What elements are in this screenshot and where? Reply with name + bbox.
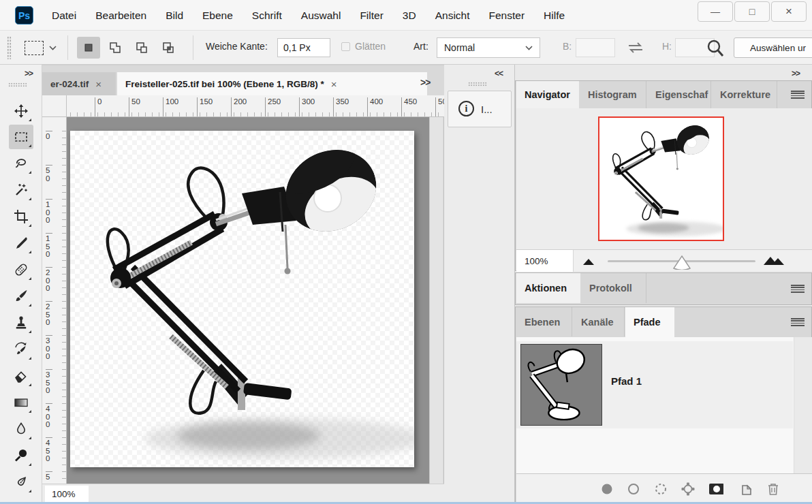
menu-filter[interactable]: Filter: [350, 0, 392, 31]
swap-dimensions-icon[interactable]: [627, 41, 644, 54]
ruler-tick: 350: [333, 97, 349, 117]
dock-collapse-chevron[interactable]: >>: [792, 69, 800, 78]
tab-ebenen[interactable]: Ebenen: [516, 307, 572, 336]
stroke-path-button[interactable]: [626, 482, 641, 497]
navigator-zoom-field[interactable]: 100%: [516, 250, 574, 272]
ruler-tick: 300: [46, 335, 52, 361]
eyedropper-icon: [13, 235, 29, 251]
tool-move[interactable]: [9, 99, 33, 123]
tool-magic-wand[interactable]: [9, 178, 33, 202]
tool-preset[interactable]: [25, 41, 57, 55]
collapsed-panel-dock: << i I...: [444, 65, 515, 504]
zoom-level-field[interactable]: 100%: [45, 486, 89, 503]
menu-ansicht[interactable]: Ansicht: [426, 0, 480, 31]
close-button[interactable]: ×: [771, 1, 807, 22]
rectangular-marquee-icon: [13, 129, 29, 145]
paths-scrollbar[interactable]: [794, 337, 812, 473]
tool-rectangular-marquee[interactable]: [9, 125, 33, 149]
add-mask-button[interactable]: [708, 482, 723, 497]
menu-ebene[interactable]: Ebene: [193, 0, 243, 31]
tool-eyedropper[interactable]: [9, 231, 33, 255]
path-thumbnail[interactable]: [520, 344, 602, 426]
tool-blur[interactable]: [9, 417, 33, 441]
style-select[interactable]: Normal: [437, 37, 540, 58]
maximize-button[interactable]: □: [734, 1, 770, 22]
tab-eigenschaften[interactable]: Eigenschaf: [647, 81, 711, 108]
menu-fenster[interactable]: Fenster: [480, 0, 535, 31]
tab-protokoll[interactable]: Protokoll: [581, 273, 646, 303]
actions-tab-bar: Aktionen Protokoll: [516, 273, 811, 304]
panel-menu-icon[interactable]: [791, 91, 805, 99]
ruler-tick: 200: [231, 97, 247, 117]
tool-gradient[interactable]: [9, 390, 33, 415]
tab-kanaele[interactable]: Kanäle: [573, 307, 625, 336]
horizontal-ruler[interactable]: 0 50 100 150 200 250 300 350 400 450 50: [67, 95, 444, 117]
menu-bearbeiten[interactable]: Bearbeiten: [86, 0, 156, 31]
document-tab-inactive[interactable]: er-024.tif ×: [42, 72, 116, 96]
tool-history-brush[interactable]: [9, 337, 33, 362]
panel-menu-icon[interactable]: [791, 285, 805, 293]
delete-path-button[interactable]: [766, 482, 781, 497]
tab-overflow-chevron[interactable]: >>: [420, 77, 430, 88]
flyout-indicator: [29, 490, 31, 492]
new-selection-icon: [82, 41, 95, 54]
menu-auswahl[interactable]: Auswahl: [292, 0, 351, 31]
options-grip: [7, 36, 12, 59]
subtract-selection-icon: [135, 41, 149, 54]
canvas[interactable]: [70, 131, 414, 467]
flyout-indicator: [29, 277, 31, 280]
tool-pen[interactable]: [9, 470, 33, 494]
selection-mode-intersect[interactable]: [157, 37, 180, 59]
dock-expand-chevron[interactable]: <<: [495, 69, 503, 78]
path-list-item[interactable]: Pfad 1: [516, 341, 793, 428]
tool-lasso[interactable]: [9, 151, 33, 176]
selection-mode-subtract[interactable]: [130, 37, 153, 59]
new-path-button[interactable]: [739, 482, 754, 497]
tool-clone-stamp[interactable]: [9, 311, 33, 335]
chevron-down-icon: [49, 46, 57, 50]
ruler-tick: 400: [367, 97, 383, 117]
load-path-as-selection-button[interactable]: [653, 482, 668, 497]
healing-brush-icon: [13, 262, 29, 278]
vertical-scrollbar[interactable]: [429, 117, 443, 484]
search-icon[interactable]: [706, 37, 725, 58]
toolbar-collapse-chevron[interactable]: >>: [25, 69, 33, 78]
feather-input[interactable]: [277, 38, 330, 57]
tool-healing-brush[interactable]: [9, 257, 33, 282]
tool-brush[interactable]: [9, 284, 33, 309]
tab-close-icon[interactable]: ×: [331, 78, 337, 90]
info-panel-button[interactable]: i I...: [448, 91, 512, 127]
menu-bild[interactable]: Bild: [156, 0, 193, 31]
tab-histogramm[interactable]: Histogram: [580, 81, 646, 108]
vertical-ruler[interactable]: 0 50 100 150 200 250 300 350 400 450 5: [42, 117, 67, 484]
menu-3d[interactable]: 3D: [393, 0, 426, 31]
menu-datei[interactable]: Datei: [42, 0, 86, 31]
zoom-out-mountain-icon[interactable]: [582, 257, 595, 266]
tab-pfade[interactable]: Pfade: [625, 307, 674, 337]
tab-korrekturen[interactable]: Korrekture: [712, 81, 777, 108]
document-tab-active[interactable]: Freisteller-025.tif bei 100% (Ebene 1, R…: [117, 72, 427, 96]
antialias-checkbox[interactable]: [341, 42, 350, 51]
zoom-in-mountain-icon[interactable]: [763, 254, 785, 266]
canvas-work-area[interactable]: [67, 117, 429, 484]
make-work-path-button[interactable]: [681, 482, 696, 497]
menu-schrift[interactable]: Schrift: [243, 0, 292, 31]
panel-menu-icon[interactable]: [791, 318, 805, 326]
menu-bar: Datei Bearbeiten Bild Ebene Schrift Ausw…: [42, 0, 574, 31]
selection-mode-add[interactable]: [104, 37, 127, 59]
width-input[interactable]: [576, 38, 615, 57]
menu-hilfe[interactable]: Hilfe: [534, 0, 574, 31]
tab-aktionen[interactable]: Aktionen: [516, 273, 580, 303]
fill-path-button[interactable]: [599, 482, 614, 497]
selection-mode-new[interactable]: [77, 37, 100, 59]
tab-navigator[interactable]: Navigator: [516, 81, 579, 108]
tool-eraser[interactable]: [9, 364, 33, 388]
style-select-value: Normal: [444, 42, 475, 53]
minimize-button[interactable]: —: [698, 1, 733, 22]
tool-dodge[interactable]: [9, 443, 33, 468]
select-and-mask-button[interactable]: Auswählen ur: [734, 37, 812, 58]
navigator-zoom-slider-thumb[interactable]: [672, 255, 692, 270]
tab-close-icon[interactable]: ×: [95, 78, 102, 90]
navigator-preview[interactable]: [598, 116, 724, 241]
tool-crop[interactable]: [9, 204, 33, 229]
